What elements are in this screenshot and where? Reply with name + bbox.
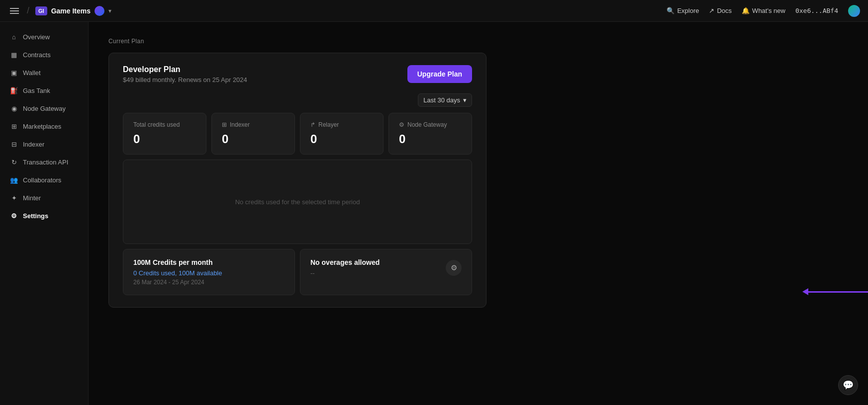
- bell-icon: 🔔: [742, 7, 750, 14]
- search-icon: 🔍: [667, 7, 675, 14]
- stat-total-credits-label: Total credits used: [133, 121, 196, 128]
- bottom-cards: 100M Credits per month 0 Credits used, 1…: [123, 249, 472, 295]
- credits-available: 0 Credits used, 100M available: [133, 269, 285, 277]
- stat-indexer-value: 0: [222, 132, 285, 146]
- settings-icon: ⚙: [10, 212, 18, 220]
- stat-node-gateway: ⚙ Node Gateway 0: [388, 113, 472, 155]
- overages-info: No overages allowed --: [310, 258, 380, 277]
- wallet-address: 0xe6...ABf4: [795, 7, 838, 14]
- chevron-icon: ▾: [463, 96, 467, 104]
- main-content: Current Plan Developer Plan $49 billed m…: [89, 22, 868, 405]
- sidebar-item-gas-tank[interactable]: ⛽ Gas Tank: [2, 81, 86, 99]
- sidebar-item-minter[interactable]: ✦ Minter: [2, 189, 86, 207]
- stats-row: Total credits used 0 ⊞ Indexer 0 ↱ Relay…: [123, 113, 472, 155]
- overages-settings-button[interactable]: ⚙: [446, 260, 462, 276]
- sidebar-item-marketplaces[interactable]: ⊞ Marketplaces: [2, 117, 86, 135]
- breadcrumb-sep: /: [27, 5, 29, 16]
- sidebar-item-node-gateway[interactable]: ◉ Node Gateway: [2, 99, 86, 117]
- docs-link[interactable]: ↗ Docs: [709, 7, 732, 14]
- stat-relayer-value: 0: [310, 132, 373, 146]
- stat-node-gateway-label: ⚙ Node Gateway: [399, 121, 462, 128]
- arrow-head: [802, 288, 808, 295]
- external-link-icon: ↗: [709, 7, 714, 14]
- overages-title: No overages allowed: [310, 258, 380, 266]
- stat-total-credits: Total credits used 0: [123, 113, 206, 155]
- section-label: Current Plan: [108, 38, 848, 45]
- sidebar: ⌂ Overview ▦ Contracts ▣ Wallet ⛽ Gas Ta…: [0, 22, 89, 405]
- topnav-right: 🔍 Explore ↗ Docs 🔔 What's new 0xe6...ABf…: [667, 5, 860, 17]
- topnav: / GI Game Items ▾ 🔍 Explore ↗ Docs 🔔 Wha…: [0, 0, 868, 22]
- stat-relayer: ↱ Relayer 0: [300, 113, 384, 155]
- hamburger-menu[interactable]: [8, 6, 21, 16]
- relayer-icon: ↱: [310, 121, 315, 128]
- node-icon: ◉: [10, 104, 18, 112]
- gas-icon: ⛽: [10, 86, 18, 94]
- sidebar-item-settings[interactable]: ⚙ Settings: [2, 207, 86, 225]
- layout: ⌂ Overview ▦ Contracts ▣ Wallet ⛽ Gas Ta…: [0, 22, 868, 405]
- plan-billing: $49 billed monthly. Renews on 25 Apr 202…: [123, 76, 247, 83]
- whats-new-link[interactable]: 🔔 What's new: [742, 7, 785, 14]
- plan-header: Developer Plan $49 billed monthly. Renew…: [123, 65, 472, 83]
- api-icon: ↻: [10, 158, 18, 166]
- stat-relayer-label: ↱ Relayer: [310, 121, 373, 128]
- arrow-line: [808, 291, 868, 293]
- wallet-icon: ▣: [10, 69, 18, 77]
- sidebar-item-transaction-api[interactable]: ↻ Transaction API: [2, 153, 86, 171]
- sidebar-item-wallet[interactable]: ▣ Wallet: [2, 64, 86, 81]
- sidebar-item-overview[interactable]: ⌂ Overview: [2, 28, 86, 46]
- upgrade-button[interactable]: Upgrade Plan: [407, 65, 472, 83]
- project-name: Game Items: [51, 7, 91, 15]
- sidebar-item-contracts[interactable]: ▦ Contracts: [2, 46, 86, 64]
- grid-icon: ⊞: [222, 121, 227, 128]
- avatar[interactable]: [848, 5, 860, 17]
- time-filter-dropdown[interactable]: Last 30 days ▾: [418, 93, 472, 107]
- project-icon: [95, 6, 104, 16]
- plan-name: Developer Plan: [123, 65, 247, 74]
- stat-indexer-label: ⊞ Indexer: [222, 121, 285, 128]
- contracts-icon: ▦: [10, 51, 18, 59]
- time-filter-row: Last 30 days ▾: [123, 93, 472, 107]
- stat-total-credits-value: 0: [133, 132, 196, 146]
- credits-card-title: 100M Credits per month: [133, 258, 285, 266]
- overages-card: No overages allowed -- ⚙: [300, 249, 472, 295]
- stat-node-gateway-value: 0: [399, 132, 462, 146]
- topnav-left: / GI Game Items ▾: [8, 5, 667, 16]
- minter-icon: ✦: [10, 194, 18, 202]
- time-filter-label: Last 30 days: [423, 96, 460, 104]
- plan-info: Developer Plan $49 billed monthly. Renew…: [123, 65, 247, 83]
- overages-row: No overages allowed -- ⚙: [310, 258, 462, 277]
- chart-empty-message: No credits used for the selected time pe…: [235, 198, 360, 206]
- gear-small-icon: ⚙: [399, 121, 404, 128]
- overages-value: --: [310, 269, 380, 277]
- chevron-down-icon[interactable]: ▾: [108, 7, 111, 14]
- explore-link[interactable]: 🔍 Explore: [667, 7, 699, 14]
- credits-card: 100M Credits per month 0 Credits used, 1…: [123, 249, 295, 295]
- home-icon: ⌂: [10, 33, 18, 41]
- stat-indexer: ⊞ Indexer 0: [211, 113, 295, 155]
- plan-card: Developer Plan $49 billed monthly. Renew…: [108, 53, 486, 308]
- collaborators-icon: 👥: [10, 176, 18, 184]
- indexer-icon: ⊟: [10, 140, 18, 148]
- arrow-annotation: [802, 288, 868, 295]
- marketplace-icon: ⊞: [10, 122, 18, 130]
- chart-area: No credits used for the selected time pe…: [123, 160, 472, 244]
- sidebar-item-indexer[interactable]: ⊟ Indexer: [2, 135, 86, 153]
- credits-date: 26 Mar 2024 - 25 Apr 2024: [133, 279, 285, 286]
- sidebar-item-collaborators[interactable]: 👥 Collaborators: [2, 171, 86, 189]
- chat-bubble-button[interactable]: 💬: [838, 375, 858, 395]
- project-badge: GI: [35, 6, 47, 15]
